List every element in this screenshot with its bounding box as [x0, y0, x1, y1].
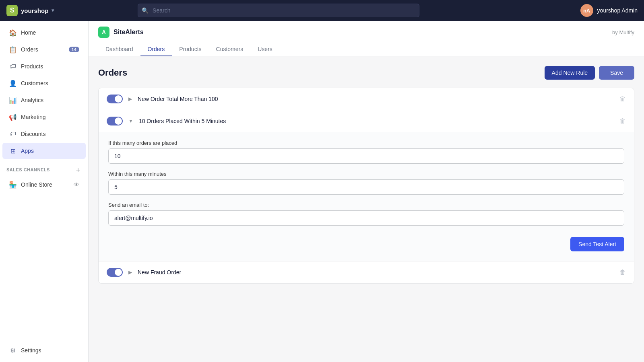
orders-header: Orders Add New Rule Save [98, 66, 634, 80]
shop-name: yourshop [21, 7, 48, 14]
sales-channels-label: SALES CHANNELS ＋ [0, 159, 88, 176]
tab-products[interactable]: Products [172, 43, 208, 56]
rule3-toggle[interactable] [107, 268, 123, 277]
by-multify-label: by Multify [612, 29, 634, 35]
sidebar-item-label: Home [21, 29, 36, 36]
rule-row: ▶ New Order Total More Than 100 🗑 [99, 88, 634, 110]
page-title: Orders [98, 68, 127, 78]
rule2-delete-button[interactable]: 🗑 [619, 117, 626, 125]
marketing-icon: 📢 [9, 113, 17, 121]
tab-dashboard[interactable]: Dashboard [98, 43, 140, 56]
sidebar-item-label: Settings [21, 347, 41, 354]
rule2-expanded-section: If this many orders are placed Within th… [99, 132, 634, 261]
nav-right: nA yourshop Admin [580, 4, 638, 17]
sidebar-item-label: Analytics [21, 97, 43, 103]
sidebar-item-label: Apps [21, 148, 34, 154]
search-bar: 🔍 [138, 4, 419, 17]
eye-icon: 👁 [74, 181, 79, 188]
rule2-fields: If this many orders are placed Within th… [99, 132, 634, 261]
within-minutes-label: Within this many minutes [108, 171, 624, 177]
tab-customers[interactable]: Customers [209, 43, 251, 56]
sidebar-item-analytics[interactable]: 📊 Analytics [2, 92, 86, 108]
within-minutes-group: Within this many minutes [108, 171, 624, 195]
shopify-icon: S [6, 5, 18, 16]
rule1-expand-icon[interactable]: ▶ [128, 96, 132, 102]
sidebar-item-online-store[interactable]: 🏪 Online Store 👁 [2, 177, 86, 193]
rule-row-3: ▶ New Fraud Order 🗑 [99, 261, 634, 283]
sidebar-item-apps[interactable]: ⊞ Apps [2, 143, 86, 159]
settings-icon: ⚙ [9, 346, 17, 354]
save-button[interactable]: Save [599, 66, 634, 80]
customers-icon: 👤 [9, 79, 17, 87]
sidebar-item-label: Products [21, 63, 43, 70]
rule2-toggle[interactable] [107, 117, 123, 125]
sidebar-item-products[interactable]: 🏷 Products [2, 58, 86, 74]
rule1-delete-button[interactable]: 🗑 [619, 95, 626, 103]
rule3-delete-button[interactable]: 🗑 [619, 269, 626, 276]
rule3-label: New Fraud Order [138, 269, 614, 276]
content-area: A SiteAlerts by Multify Dashboard Orders… [89, 21, 644, 362]
rule1-toggle[interactable] [107, 95, 123, 103]
app-header: A SiteAlerts by Multify Dashboard Orders… [89, 21, 644, 56]
tab-orders[interactable]: Orders [140, 43, 172, 56]
rule-row-expanded: ▼ 10 Orders Placed Within 5 Minutes 🗑 [99, 110, 634, 132]
email-to-label: Send an email to: [108, 202, 624, 208]
analytics-icon: 📊 [9, 96, 17, 104]
sidebar-item-home[interactable]: 🏠 Home [2, 25, 86, 41]
store-icon: 🏪 [9, 181, 17, 189]
rule2-label: 10 Orders Placed Within 5 Minutes [139, 118, 614, 124]
app-title-row: A SiteAlerts by Multify [98, 27, 634, 38]
sidebar-item-customers[interactable]: 👤 Customers [2, 75, 86, 91]
orders-placed-label: If this many orders are placed [108, 140, 624, 146]
within-minutes-input[interactable] [108, 179, 624, 195]
sidebar-item-settings[interactable]: ⚙ Settings [2, 342, 86, 358]
add-sales-channel-button[interactable]: ＋ [74, 165, 82, 175]
main-layout: 🏠 Home 📋 Orders 14 🏷 Products 👤 Customer… [0, 21, 644, 362]
search-icon: 🔍 [142, 7, 149, 14]
discounts-icon: 🏷 [9, 130, 17, 138]
tab-users[interactable]: Users [250, 43, 280, 56]
shop-logo[interactable]: S yourshop ▾ [6, 5, 54, 16]
orders-buttons: Add New Rule Save [545, 66, 634, 80]
sidebar-item-label: Marketing [21, 114, 45, 120]
admin-name: yourshop Admin [597, 7, 638, 14]
orders-icon: 📋 [9, 45, 17, 53]
sidebar-item-label: Orders [21, 46, 38, 53]
products-icon: 🏷 [9, 62, 17, 70]
orders-placed-input[interactable] [108, 148, 624, 164]
avatar[interactable]: nA [580, 4, 593, 17]
sidebar-item-label: Online Store [21, 181, 52, 188]
sidebar: 🏠 Home 📋 Orders 14 🏷 Products 👤 Customer… [0, 21, 89, 362]
page-content: Orders Add New Rule Save ▶ New Order Tot… [89, 56, 644, 362]
shop-chevron-icon: ▾ [52, 8, 54, 13]
top-navigation: S yourshop ▾ 🔍 nA yourshop Admin [0, 0, 644, 21]
rules-card: ▶ New Order Total More Than 100 🗑 ▼ 10 O… [98, 88, 634, 284]
app-logo-icon: A [98, 27, 109, 38]
rule3-expand-icon[interactable]: ▶ [128, 269, 132, 275]
sidebar-item-label: Discounts [21, 131, 45, 137]
rule2-expand-icon[interactable]: ▼ [128, 118, 133, 124]
orders-placed-group: If this many orders are placed [108, 140, 624, 164]
send-test-alert-button[interactable]: Send Test Alert [570, 237, 624, 251]
sidebar-item-discounts[interactable]: 🏷 Discounts [2, 126, 86, 142]
add-new-rule-button[interactable]: Add New Rule [545, 66, 595, 80]
orders-badge: 14 [69, 47, 79, 52]
apps-icon: ⊞ [9, 147, 17, 155]
tab-bar: Dashboard Orders Products Customers User… [98, 43, 634, 56]
search-input[interactable] [138, 4, 419, 17]
app-title: A SiteAlerts [98, 27, 144, 38]
sidebar-footer: ⚙ Settings [0, 340, 88, 359]
app-name: SiteAlerts [114, 29, 144, 36]
sidebar-item-orders[interactable]: 📋 Orders 14 [2, 41, 86, 58]
email-to-input[interactable] [108, 210, 624, 226]
home-icon: 🏠 [9, 29, 17, 37]
sidebar-item-label: Customers [21, 80, 48, 86]
email-to-group: Send an email to: [108, 202, 624, 226]
sidebar-item-marketing[interactable]: 📢 Marketing [2, 109, 86, 125]
rule1-label: New Order Total More Than 100 [138, 96, 614, 102]
